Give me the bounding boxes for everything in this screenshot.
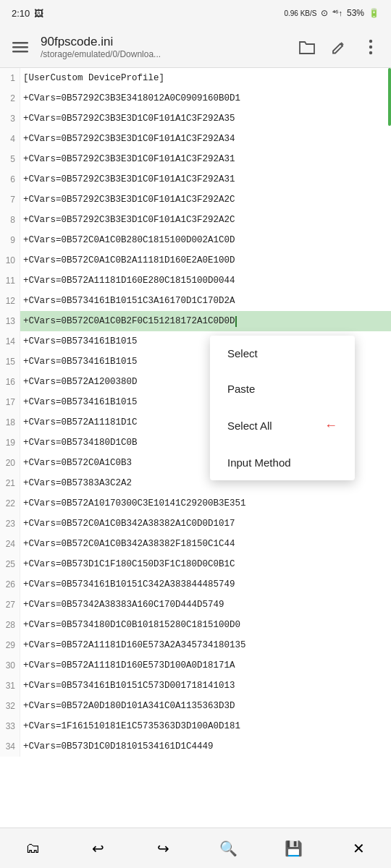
svg-point-3 — [369, 39, 372, 42]
line-text: +CVars=0B572A10170300C3E10141C29200B3E35… — [20, 493, 249, 514]
context-menu-item-input-method[interactable]: Input Method — [210, 445, 355, 480]
line-row[interactable]: 32+CVars=0B572A0D180D101A341C0A1135363D3… — [0, 696, 391, 716]
line-number: 6 — [0, 169, 20, 190]
status-speed: 0.96 KB/S — [284, 9, 316, 17]
svg-point-5 — [369, 51, 372, 54]
context-menu-arrow-icon: ← — [324, 418, 337, 433]
context-menu-item-paste[interactable]: Paste — [210, 371, 355, 407]
line-text: +CVars=0B5734161B10151C342A383844485749 — [20, 574, 238, 595]
line-number: 4 — [0, 129, 20, 149]
folder-action-button[interactable] — [293, 33, 321, 61]
line-row[interactable]: 27+CVars=0B57342A38383A160C170D444D5749 — [0, 595, 391, 615]
line-row[interactable]: 26+CVars=0B5734161B10151C342A38384448574… — [0, 574, 391, 595]
line-text: +CVars=0B5734161B1015 — [20, 392, 140, 412]
line-row[interactable]: 11+CVars=0B572A11181D160E280C1815100D004… — [0, 271, 391, 291]
close-icon: ✕ — [353, 840, 365, 857]
status-battery-icon: 🔋 — [369, 8, 379, 18]
edit-action-button[interactable] — [324, 33, 353, 61]
line-text: [UserCustom DeviceProfile] — [20, 68, 167, 88]
editor-area[interactable]: 1[UserCustom DeviceProfile]2+CVars=0B572… — [0, 68, 391, 855]
close-button[interactable]: ✕ — [341, 831, 376, 866]
line-text: +CVars=0B5734180D1C0B — [20, 433, 140, 453]
search-icon: 🔍 — [219, 840, 237, 857]
context-menu-item-select-all[interactable]: Select All← — [210, 407, 355, 445]
line-row[interactable]: 6+CVars=0B57292C3B3E3D1C0F101A1C3F292A31 — [0, 169, 391, 190]
line-number: 20 — [0, 453, 20, 473]
line-text: +CVars=0B572A1200380D — [20, 372, 140, 392]
line-number: 26 — [0, 574, 20, 595]
line-row[interactable]: 2+CVars=0B57292C3B3E3418012A0C0909160B0D… — [0, 88, 391, 109]
folder-icon: 🗂 — [25, 840, 40, 856]
line-number: 8 — [0, 210, 20, 230]
line-number: 30 — [0, 655, 20, 676]
line-text: +CVars=0B572A11181D160E280C1815100D0044 — [20, 271, 238, 291]
svg-rect-0 — [12, 42, 28, 44]
context-menu-item-select[interactable]: Select — [210, 336, 355, 371]
line-row[interactable]: 10+CVars=0B572C0A1C0B2A11181D160E2A0E100… — [0, 250, 391, 271]
line-text: +CVars=0B5734180D1C0B101815280C1815100D0 — [20, 615, 243, 635]
line-text: +CVars=0B57342A38383A160C170D444D5749 — [20, 595, 227, 615]
context-menu-label: Select All — [227, 420, 272, 432]
line-text: +CVars=0B57292C3B3E3D1C0F101A1C3F292A31 — [20, 169, 238, 190]
redo-button[interactable]: ↪ — [146, 831, 180, 866]
line-number: 19 — [0, 433, 20, 453]
line-number: 18 — [0, 412, 20, 433]
undo-button[interactable]: ↩ — [80, 831, 115, 866]
line-text: +CVars=0B5734161B10151C573D001718141013 — [20, 676, 238, 696]
svg-rect-1 — [12, 46, 28, 48]
hamburger-menu-button[interactable] — [6, 33, 35, 61]
line-row[interactable]: 24+CVars=0B572C0A1C0B342A38382F18150C1C4… — [0, 534, 391, 554]
line-row[interactable]: 34+CVars=0B573D1C0D18101534161D1C4449 — [0, 736, 391, 757]
redo-icon: ↪ — [157, 840, 169, 857]
line-text: +CVars=0B572A11181D160E573A2A34573418013… — [20, 635, 249, 655]
more-vertical-icon — [369, 39, 373, 55]
line-number: 10 — [0, 250, 20, 271]
search-button[interactable]: 🔍 — [211, 831, 245, 866]
line-number: 14 — [0, 331, 20, 352]
line-number: 33 — [0, 716, 20, 736]
app-bar: 90fpscode.ini /storage/emulated/0/Downlo… — [0, 26, 391, 68]
line-row[interactable]: 22+CVars=0B572A10170300C3E10141C29200B3E… — [0, 493, 391, 514]
status-battery: 53% — [347, 8, 364, 18]
line-row[interactable]: 31+CVars=0B5734161B10151C573D00171814101… — [0, 676, 391, 696]
context-menu[interactable]: SelectPasteSelect All←Input Method — [210, 336, 355, 480]
line-number: 34 — [0, 736, 20, 757]
line-text: +CVars=0B57292C3B3E3D1C0F101A1C3F292A2C — [20, 210, 238, 230]
line-text: +CVars=0B572A11181D160E573D100A0D18171A — [20, 655, 238, 676]
line-number: 27 — [0, 595, 20, 615]
line-row[interactable]: 12+CVars=0B5734161B10151C3A16170D1C170D2… — [0, 291, 391, 311]
line-number: 25 — [0, 554, 20, 574]
folder-button[interactable]: 🗂 — [15, 831, 50, 866]
line-number: 7 — [0, 190, 20, 210]
line-text: +CVars=0B572C0A1C0B342A38382F18150C1C44 — [20, 534, 238, 554]
hamburger-icon — [12, 39, 28, 55]
line-text: +CVars=0B57292C3B3E3D1C0F101A1C3F292A35 — [20, 109, 238, 129]
line-row[interactable]: 28+CVars=0B5734180D1C0B101815280C1815100… — [0, 615, 391, 635]
context-menu-label: Input Method — [227, 456, 291, 469]
status-bar: 2:10 🖼 0.96 KB/S ⊙ ⁴⁶↑ 53% 🔋 — [0, 0, 391, 26]
line-row[interactable]: 5+CVars=0B57292C3B3E3D1C0F101A1C3F292A31 — [0, 149, 391, 169]
line-text: +CVars=0B572C0A1C0B2F0C151218172A1C0D0D — [20, 311, 240, 331]
line-row[interactable]: 33+CVars=1F161510181E1C5735363D3D100A0D1… — [0, 716, 391, 736]
save-button[interactable]: 💾 — [276, 831, 311, 866]
line-text: +CVars=0B572C0A1C0B3 — [20, 453, 135, 473]
line-row[interactable]: 29+CVars=0B572A11181D160E573A2A345734180… — [0, 635, 391, 655]
line-row[interactable]: 23+CVars=0B572C0A1C0B342A38382A1C0D0D101… — [0, 514, 391, 534]
line-row[interactable]: 30+CVars=0B572A11181D160E573D100A0D18171… — [0, 655, 391, 676]
line-row[interactable]: 4+CVars=0B57292C3B3E3D1C0F101A1C3F292A34 — [0, 129, 391, 149]
line-row[interactable]: 7+CVars=0B57292C3B3E3D1C0F101A1C3F292A2C — [0, 190, 391, 210]
line-row[interactable]: 9+CVars=0B572C0A1C0B280C1815100D002A1C0D — [0, 230, 391, 250]
line-number: 9 — [0, 230, 20, 250]
line-row[interactable]: 25+CVars=0B573D1C1F180C150D3F1C180D0C0B1… — [0, 554, 391, 574]
line-text: +CVars=0B57292C3B3E3D1C0F101A1C3F292A34 — [20, 129, 238, 149]
svg-point-4 — [369, 45, 372, 48]
line-number: 12 — [0, 291, 20, 311]
line-row[interactable]: 1[UserCustom DeviceProfile] — [0, 68, 391, 88]
line-row[interactable]: 8+CVars=0B57292C3B3E3D1C0F101A1C3F292A2C — [0, 210, 391, 230]
folder-icon — [298, 39, 316, 55]
line-row[interactable]: 13+CVars=0B572C0A1C0B2F0C151218172A1C0D0… — [0, 311, 391, 331]
more-options-button[interactable] — [356, 33, 385, 61]
line-number: 5 — [0, 149, 20, 169]
line-number: 24 — [0, 534, 20, 554]
line-row[interactable]: 3+CVars=0B57292C3B3E3D1C0F101A1C3F292A35 — [0, 109, 391, 129]
